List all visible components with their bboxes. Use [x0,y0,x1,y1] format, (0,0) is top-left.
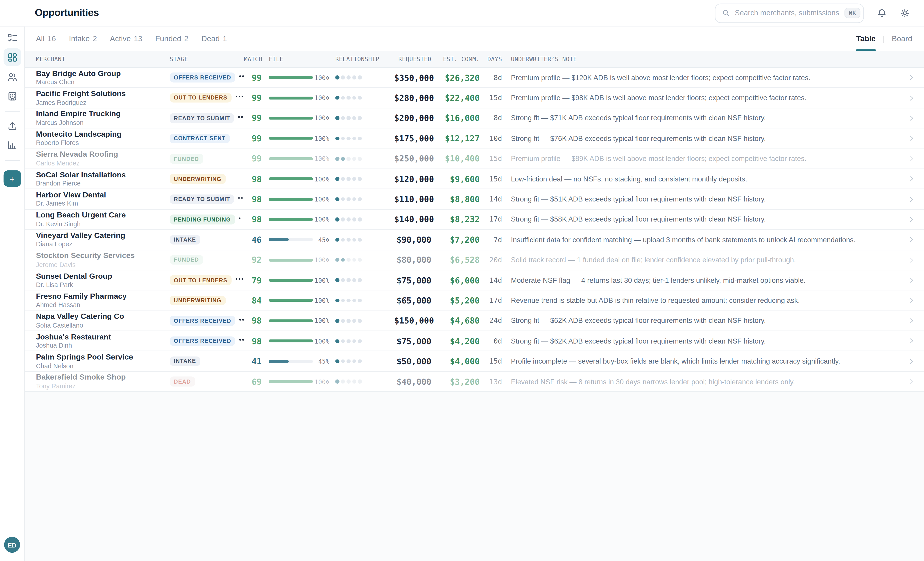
table-row[interactable]: Joshua's Restaurant Joshua Dinh OFFERS R… [25,331,924,351]
sidebar-item-merchants[interactable] [3,87,21,105]
merchant-contact: Sofia Castellano [36,322,170,329]
requested-amount: $140,000 [394,215,437,224]
table-row[interactable]: Bakersfield Smoke Shop Tony Ramirez DEAD… [25,372,924,392]
stage-activity-dots [239,218,241,219]
match-score: 99 [244,134,262,143]
column-header-est-comm: EST. COMM. [437,56,486,63]
bell-icon [877,8,887,18]
match-score: 41 [244,357,262,366]
file-progress-bar [269,258,313,261]
chevron-right-icon [908,115,915,122]
table-row[interactable]: Harbor View Dental Dr. James Kim READY T… [25,189,924,210]
app-window: Opportunities Search merchants, submissi… [0,0,924,561]
est-commission: $6,528 [437,255,486,265]
file-progress-bar [269,279,313,282]
notifications-button[interactable] [877,8,887,18]
days-value: 14d [486,276,508,284]
days-value: 15d [486,357,508,366]
relationship-dots [329,177,394,181]
search-input[interactable]: Search merchants, submissions ⌘K [715,3,864,22]
underwriter-note: Profile incomplete — several buy-box fie… [508,357,899,366]
view-toggle-table[interactable]: Table [856,27,876,51]
contacts-icon [7,71,17,82]
table-row[interactable]: Vineyard Valley Catering Diana Lopez INT… [25,230,924,250]
requested-amount: $250,000 [394,154,437,164]
table-row[interactable]: Long Beach Urgent Care Dr. Kevin Singh P… [25,210,924,230]
sidebar-item-contacts[interactable] [3,68,21,86]
est-commission: $4,680 [437,316,486,326]
chevron-right-icon [908,256,915,263]
days-value: 15d [486,154,508,163]
est-commission: $8,800 [437,195,486,204]
column-header-file: FILE [262,56,329,63]
sidebar-item-opportunities[interactable] [3,48,21,66]
requested-amount: $50,000 [394,357,437,366]
table-row[interactable]: Napa Valley Catering Co Sofia Castellano… [25,311,924,331]
sidebar-item-upload[interactable] [3,117,21,134]
user-avatar[interactable]: ED [4,537,20,553]
est-commission: $9,600 [437,174,486,184]
requested-amount: $90,000 [394,235,437,244]
file-percent: 100% [313,74,329,81]
table-row[interactable]: Pacific Freight Solutions James Rodrigue… [25,88,924,108]
sidebar: + ED [0,27,25,561]
tab-intake[interactable]: Intake2 [69,27,97,51]
table-row[interactable]: Sierra Nevada Roofing Carlos Mendez FUND… [25,149,924,169]
merchant-name: Sierra Nevada Roofing [36,150,170,159]
file-percent: 100% [313,94,329,101]
file-progress-bar [269,339,313,342]
stage-badge: CONTRACT SENT [170,134,230,143]
table-row[interactable]: Montecito Landscaping Roberto Flores CON… [25,129,924,149]
tab-all[interactable]: All16 [36,27,56,51]
stage-activity-dots [239,339,244,340]
table-row[interactable]: Palm Springs Pool Service Chad Nelson IN… [25,351,924,372]
chevron-right-icon [908,94,915,101]
tab-active[interactable]: Active13 [110,27,142,51]
est-commission: $6,000 [437,276,486,285]
est-commission: $5,200 [437,296,486,305]
table-row[interactable]: Bay Bridge Auto Group Marcus Chen OFFERS… [25,68,924,88]
underwriter-note: Strong fit — $76K ADB exceeds typical fl… [508,134,899,142]
file-progress-bar [269,96,313,99]
relationship-dots [329,339,394,343]
table-row[interactable]: Fresno Family Pharmacy Ahmed Hassan UNDE… [25,291,924,311]
merchant-contact: Diana Lopez [36,241,170,248]
underwriter-note: Premium profile — $120K ADB is well abov… [508,74,899,82]
tab-funded[interactable]: Funded2 [155,27,189,51]
relationship-dots [329,359,394,363]
file-percent: 100% [313,338,329,344]
merchant-name: Harbor View Dental [36,191,170,200]
table-row[interactable]: SoCal Solar Installations Brandon Pierce… [25,169,924,189]
file-percent: 100% [313,135,329,142]
merchant-contact: Dr. Kevin Singh [36,220,170,228]
view-toggle-board[interactable]: Board [892,27,912,51]
merchant-name: SoCal Solar Installations [36,171,170,179]
filter-tabs: All16 Intake2 Active13 Funded2 Dead1 [36,27,227,51]
settings-button[interactable] [900,8,910,18]
sidebar-item-reports[interactable] [3,136,21,154]
table-row[interactable]: Stockton Security Services Jerome Davis … [25,250,924,270]
file-percent: 100% [313,216,329,223]
sidebar-divider [4,111,20,112]
merchant-contact: Ahmed Hassan [36,302,170,309]
stage-badge: OUT TO LENDERS [170,275,231,285]
est-commission: $26,320 [437,73,486,82]
building-icon [7,90,17,102]
relationship-dots [329,197,394,201]
file-percent: 100% [313,378,329,385]
file-progress-bar [269,137,313,140]
stage-badge: UNDERWRITING [170,296,226,305]
sidebar-item-tasks[interactable] [3,29,21,46]
new-opportunity-button[interactable]: + [3,170,21,187]
underwriter-note: Low-friction deal — no NSFs, no stacking… [508,175,899,183]
merchant-name: Stockton Security Services [36,252,170,260]
relationship-dots [329,116,394,120]
file-progress-bar [269,319,313,322]
table-row[interactable]: Sunset Dental Group Dr. Lisa Park OUT TO… [25,270,924,291]
match-score: 98 [244,215,262,224]
upload-icon [7,120,17,131]
table-row[interactable]: Inland Empire Trucking Marcus Johnson RE… [25,108,924,129]
tab-dead[interactable]: Dead1 [201,27,227,51]
stage-badge: OUT TO LENDERS [170,93,231,103]
days-value: 10d [486,134,508,142]
